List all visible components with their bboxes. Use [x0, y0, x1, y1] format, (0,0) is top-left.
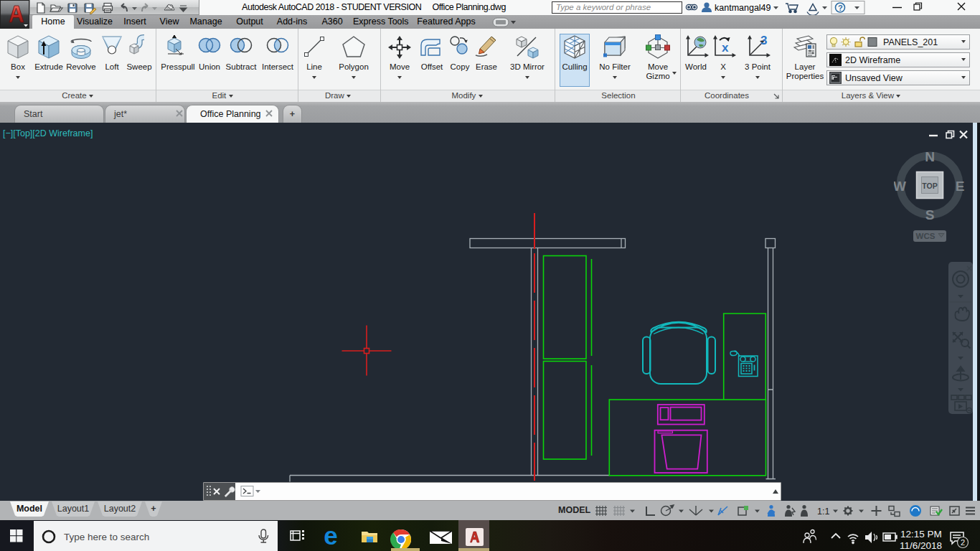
svg-text:S: S [925, 207, 935, 222]
svg-text:11/6/2018: 11/6/2018 [900, 540, 942, 550]
svg-text:12:15 PM: 12:15 PM [900, 529, 942, 540]
svg-text:N: N [925, 149, 935, 164]
svg-text:W: W [894, 179, 906, 194]
svg-text:x: x [722, 41, 729, 55]
svg-text:kantmangal49: kantmangal49 [715, 3, 771, 13]
svg-text:TOP: TOP [922, 182, 937, 190]
svg-text:Type here to search: Type here to search [64, 532, 149, 542]
svg-text:?: ? [838, 4, 843, 12]
svg-text:1:1: 1:1 [817, 507, 829, 517]
svg-text:2: 2 [961, 538, 965, 547]
svg-text:E: E [956, 179, 965, 194]
svg-text:3: 3 [760, 34, 767, 47]
svg-text:WCS: WCS [916, 232, 936, 240]
